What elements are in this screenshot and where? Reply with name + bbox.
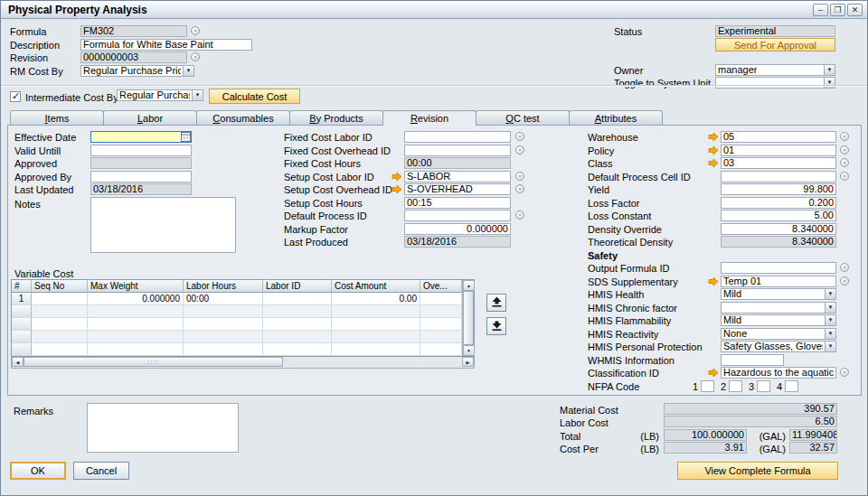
table-cell[interactable] bbox=[88, 331, 184, 343]
hmis-reactivity-combo[interactable]: None bbox=[721, 328, 836, 340]
choose-from-list-icon[interactable] bbox=[191, 52, 200, 61]
chevron-down-icon[interactable] bbox=[825, 289, 835, 299]
notes-textarea[interactable] bbox=[90, 197, 236, 253]
cancel-button[interactable]: Cancel bbox=[73, 462, 129, 480]
chevron-down-icon[interactable] bbox=[183, 66, 193, 76]
table-cell[interactable] bbox=[332, 305, 420, 318]
calculate-cost-button[interactable]: Calculate Cost bbox=[209, 89, 300, 104]
table-cell[interactable] bbox=[32, 318, 88, 331]
whmis-information-field[interactable] bbox=[721, 354, 784, 366]
column-header-cost-amount[interactable]: Cost Amount bbox=[332, 280, 420, 293]
scroll-down-icon[interactable] bbox=[463, 345, 475, 356]
table-cell[interactable] bbox=[32, 293, 88, 305]
tab-items[interactable]: Items bbox=[10, 110, 104, 125]
table-cell[interactable] bbox=[88, 318, 184, 331]
choose-from-list-icon[interactable] bbox=[840, 276, 849, 285]
table-cell[interactable] bbox=[184, 305, 263, 318]
table-cell[interactable] bbox=[184, 343, 263, 356]
intermediate-cost-by-combo[interactable]: Regular Purchase bbox=[117, 89, 203, 101]
view-complete-formula-button[interactable]: View Complete Formula bbox=[677, 462, 838, 480]
table-cell[interactable] bbox=[420, 293, 462, 305]
table-row-3[interactable] bbox=[12, 318, 462, 331]
link-arrow-icon[interactable] bbox=[708, 276, 719, 286]
table-cell[interactable] bbox=[88, 305, 184, 318]
link-arrow-icon[interactable] bbox=[708, 158, 719, 168]
table-cell[interactable] bbox=[263, 331, 332, 343]
link-arrow-icon[interactable] bbox=[392, 184, 402, 194]
default-process-id-field[interactable] bbox=[404, 210, 511, 221]
table-cell[interactable] bbox=[184, 331, 263, 343]
maximize-icon[interactable]: ❐ bbox=[830, 4, 845, 16]
scroll-right-icon[interactable] bbox=[462, 357, 474, 367]
move-row-up-button[interactable] bbox=[486, 294, 506, 312]
remarks-textarea[interactable] bbox=[87, 403, 239, 453]
table-cell[interactable] bbox=[420, 305, 462, 318]
move-row-down-button[interactable] bbox=[486, 317, 506, 335]
tab-qc-test[interactable]: QC test bbox=[476, 110, 570, 125]
description-field[interactable]: Formula for White Base Paint bbox=[80, 39, 252, 51]
table-cell[interactable] bbox=[420, 318, 462, 331]
rm-cost-by-combo[interactable]: Regular Purchase Price bbox=[80, 65, 194, 77]
table-cell[interactable]: 0.00 bbox=[332, 293, 420, 305]
table-row-2[interactable] bbox=[12, 305, 462, 318]
choose-from-list-icon[interactable] bbox=[840, 368, 849, 377]
intermediate-cost-by-checkbox[interactable] bbox=[10, 91, 21, 102]
choose-from-list-icon[interactable] bbox=[515, 172, 524, 181]
tab-attributes[interactable]: Attributes bbox=[569, 110, 663, 125]
hmis-health-combo[interactable]: Mild bbox=[721, 288, 836, 300]
classification-id-field[interactable]: Hazardous to the aquatic ( bbox=[721, 367, 836, 379]
choose-from-list-icon[interactable] bbox=[515, 211, 524, 220]
table-cell[interactable] bbox=[263, 343, 332, 356]
calendar-icon[interactable] bbox=[181, 132, 191, 142]
column-header-labor-id[interactable]: Labor ID bbox=[263, 280, 332, 293]
hmis-personal-protection-combo[interactable]: Safety Glasses, Gloves bbox=[721, 341, 836, 352]
table-cell[interactable]: 0.000000 bbox=[88, 293, 184, 305]
choose-from-list-icon[interactable] bbox=[840, 158, 849, 167]
tab-revision[interactable]: Revision bbox=[382, 110, 476, 126]
table-cell[interactable] bbox=[263, 305, 332, 318]
density-override-field[interactable]: 8.340000 bbox=[721, 223, 836, 235]
nfpa-2-field[interactable] bbox=[729, 380, 742, 392]
link-arrow-icon[interactable] bbox=[708, 132, 719, 142]
hmis-chronic-factor-combo[interactable] bbox=[721, 302, 836, 314]
scrollbar-thumb[interactable] bbox=[24, 357, 283, 367]
sds-supplementary-field[interactable]: Temp 01 bbox=[721, 276, 836, 287]
table-cell[interactable] bbox=[332, 343, 420, 356]
policy-field[interactable]: 01 bbox=[721, 145, 836, 156]
table-cell[interactable] bbox=[88, 343, 184, 356]
chevron-down-icon[interactable] bbox=[824, 65, 835, 75]
chevron-down-icon[interactable] bbox=[825, 329, 835, 339]
choose-from-list-icon[interactable] bbox=[515, 184, 524, 193]
choose-from-list-icon[interactable] bbox=[840, 172, 849, 181]
choose-from-list-icon[interactable] bbox=[515, 132, 524, 141]
column-header-ove[interactable]: Ove... bbox=[420, 280, 462, 293]
minimize-icon[interactable]: – bbox=[813, 4, 828, 16]
table-cell[interactable] bbox=[32, 343, 88, 356]
table-cell[interactable] bbox=[332, 318, 420, 331]
chevron-down-icon[interactable] bbox=[825, 342, 835, 351]
owner-combo[interactable]: manager bbox=[715, 64, 835, 76]
setup-cost-overhead-id-field[interactable]: S-OVERHEAD bbox=[404, 183, 511, 195]
scrollbar-thumb[interactable] bbox=[463, 291, 474, 345]
markup-factor-field[interactable]: 0.000000 bbox=[404, 223, 511, 235]
close-icon[interactable]: ✕ bbox=[847, 4, 863, 16]
column-header-labor-hours[interactable]: Labor Hours bbox=[184, 280, 263, 293]
table-cell[interactable] bbox=[420, 331, 462, 343]
table-cell[interactable] bbox=[263, 318, 332, 331]
table-cell[interactable]: 00:00 bbox=[184, 293, 263, 305]
nfpa-1-field[interactable] bbox=[701, 380, 714, 392]
hmis-flammability-combo[interactable]: Mild bbox=[721, 314, 836, 326]
nfpa-3-field[interactable] bbox=[757, 380, 770, 392]
tab-labor[interactable]: Labor bbox=[103, 110, 197, 125]
table-row-5[interactable] bbox=[12, 343, 462, 356]
approved-by-field[interactable] bbox=[90, 171, 192, 182]
column-header-max-weight[interactable]: Max Weight bbox=[88, 280, 184, 293]
column-header-seq-no[interactable]: Seq No bbox=[32, 280, 88, 293]
table-vertical-scrollbar[interactable] bbox=[462, 280, 474, 356]
link-arrow-icon[interactable] bbox=[708, 368, 719, 378]
ok-button[interactable]: OK bbox=[10, 462, 66, 480]
table-horizontal-scrollbar[interactable] bbox=[11, 357, 475, 369]
link-arrow-icon[interactable] bbox=[392, 172, 402, 182]
chevron-down-icon[interactable] bbox=[825, 315, 835, 325]
fixed-cost-overhead-id-field[interactable] bbox=[404, 145, 511, 156]
